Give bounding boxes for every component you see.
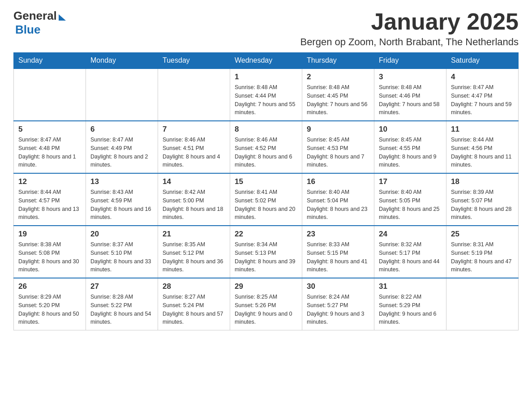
day-info: Sunrise: 8:33 AM Sunset: 5:15 PM Dayligh…: [307, 240, 369, 274]
calendar-cell: 25Sunrise: 8:31 AM Sunset: 5:19 PM Dayli…: [446, 226, 519, 278]
day-info: Sunrise: 8:46 AM Sunset: 4:52 PM Dayligh…: [235, 136, 297, 169]
day-number: 14: [163, 177, 225, 186]
calendar-cell: 20Sunrise: 8:37 AM Sunset: 5:10 PM Dayli…: [86, 226, 158, 278]
calendar-cell: 17Sunrise: 8:40 AM Sunset: 5:05 PM Dayli…: [374, 173, 446, 226]
day-number: 24: [379, 230, 442, 239]
day-info: Sunrise: 8:37 AM Sunset: 5:10 PM Dayligh…: [90, 240, 153, 274]
day-number: 16: [307, 177, 369, 186]
day-number: 2: [307, 73, 369, 81]
day-info: Sunrise: 8:48 AM Sunset: 4:44 PM Dayligh…: [235, 83, 297, 117]
day-number: 19: [18, 230, 81, 239]
day-number: 21: [163, 230, 225, 239]
calendar-cell: 29Sunrise: 8:25 AM Sunset: 5:26 PM Dayli…: [230, 278, 302, 330]
calendar-cell: 8Sunrise: 8:46 AM Sunset: 4:52 PM Daylig…: [230, 121, 302, 173]
calendar-cell: 26Sunrise: 8:29 AM Sunset: 5:20 PM Dayli…: [14, 278, 86, 330]
day-info: Sunrise: 8:34 AM Sunset: 5:13 PM Dayligh…: [235, 240, 297, 274]
day-number: 18: [451, 177, 514, 186]
day-number: 29: [235, 282, 297, 291]
day-number: 27: [90, 282, 153, 291]
calendar-cell: 16Sunrise: 8:40 AM Sunset: 5:04 PM Dayli…: [302, 173, 374, 226]
day-info: Sunrise: 8:44 AM Sunset: 4:57 PM Dayligh…: [18, 188, 81, 222]
day-info: Sunrise: 8:41 AM Sunset: 5:02 PM Dayligh…: [235, 188, 297, 222]
month-title: January 2025: [300, 9, 519, 34]
day-number: 5: [18, 125, 81, 134]
day-info: Sunrise: 8:47 AM Sunset: 4:49 PM Dayligh…: [90, 136, 153, 169]
day-number: 8: [235, 125, 297, 134]
day-info: Sunrise: 8:35 AM Sunset: 5:12 PM Dayligh…: [163, 240, 225, 274]
day-info: Sunrise: 8:40 AM Sunset: 5:04 PM Dayligh…: [307, 188, 369, 222]
day-number: 1: [235, 73, 297, 81]
day-number: 9: [307, 125, 369, 134]
calendar-week-row: 12Sunrise: 8:44 AM Sunset: 4:57 PM Dayli…: [14, 173, 519, 226]
calendar-cell: 9Sunrise: 8:45 AM Sunset: 4:53 PM Daylig…: [302, 121, 374, 173]
day-info: Sunrise: 8:48 AM Sunset: 4:45 PM Dayligh…: [307, 83, 369, 117]
day-info: Sunrise: 8:22 AM Sunset: 5:29 PM Dayligh…: [379, 293, 442, 326]
day-info: Sunrise: 8:45 AM Sunset: 4:55 PM Dayligh…: [379, 136, 442, 169]
logo: General Blue: [13, 9, 66, 37]
calendar-cell: 27Sunrise: 8:28 AM Sunset: 5:22 PM Dayli…: [86, 278, 158, 330]
calendar-cell: 5Sunrise: 8:47 AM Sunset: 4:48 PM Daylig…: [14, 121, 86, 173]
calendar-cell: 23Sunrise: 8:33 AM Sunset: 5:15 PM Dayli…: [302, 226, 374, 278]
day-info: Sunrise: 8:28 AM Sunset: 5:22 PM Dayligh…: [90, 293, 153, 326]
calendar-cell: 7Sunrise: 8:46 AM Sunset: 4:51 PM Daylig…: [158, 121, 230, 173]
day-number: 3: [379, 73, 442, 81]
calendar-cell: 31Sunrise: 8:22 AM Sunset: 5:29 PM Dayli…: [374, 278, 446, 330]
day-info: Sunrise: 8:32 AM Sunset: 5:17 PM Dayligh…: [379, 240, 442, 274]
title-area: January 2025 Bergen op Zoom, North Braba…: [300, 9, 519, 48]
calendar-cell: 1Sunrise: 8:48 AM Sunset: 4:44 PM Daylig…: [230, 68, 302, 121]
calendar-cell: [86, 68, 158, 121]
weekday-header-friday: Friday: [374, 53, 446, 69]
weekday-header-saturday: Saturday: [446, 53, 519, 69]
day-number: 6: [90, 125, 153, 134]
day-info: Sunrise: 8:43 AM Sunset: 4:59 PM Dayligh…: [90, 188, 153, 222]
calendar-cell: 11Sunrise: 8:44 AM Sunset: 4:56 PM Dayli…: [446, 121, 519, 173]
logo-general-text: General: [13, 9, 57, 23]
calendar-cell: 4Sunrise: 8:47 AM Sunset: 4:47 PM Daylig…: [446, 68, 519, 121]
day-info: Sunrise: 8:31 AM Sunset: 5:19 PM Dayligh…: [451, 240, 514, 274]
day-info: Sunrise: 8:40 AM Sunset: 5:05 PM Dayligh…: [379, 188, 442, 222]
day-info: Sunrise: 8:47 AM Sunset: 4:48 PM Dayligh…: [18, 136, 81, 169]
calendar-cell: 21Sunrise: 8:35 AM Sunset: 5:12 PM Dayli…: [158, 226, 230, 278]
calendar-cell: 10Sunrise: 8:45 AM Sunset: 4:55 PM Dayli…: [374, 121, 446, 173]
day-info: Sunrise: 8:48 AM Sunset: 4:46 PM Dayligh…: [379, 83, 442, 117]
weekday-header-wednesday: Wednesday: [230, 53, 302, 69]
day-number: 4: [451, 73, 514, 81]
day-info: Sunrise: 8:25 AM Sunset: 5:26 PM Dayligh…: [235, 293, 297, 326]
day-info: Sunrise: 8:24 AM Sunset: 5:27 PM Dayligh…: [307, 293, 369, 326]
day-number: 15: [235, 177, 297, 186]
day-number: 10: [379, 125, 442, 134]
day-info: Sunrise: 8:42 AM Sunset: 5:00 PM Dayligh…: [163, 188, 225, 222]
day-number: 17: [379, 177, 442, 186]
day-number: 23: [307, 230, 369, 239]
calendar-cell: 3Sunrise: 8:48 AM Sunset: 4:46 PM Daylig…: [374, 68, 446, 121]
day-info: Sunrise: 8:47 AM Sunset: 4:47 PM Dayligh…: [451, 83, 514, 117]
calendar-cell: 12Sunrise: 8:44 AM Sunset: 4:57 PM Dayli…: [14, 173, 86, 226]
weekday-header-monday: Monday: [86, 53, 158, 69]
calendar-cell: 19Sunrise: 8:38 AM Sunset: 5:08 PM Dayli…: [14, 226, 86, 278]
day-number: 20: [90, 230, 153, 239]
day-info: Sunrise: 8:46 AM Sunset: 4:51 PM Dayligh…: [163, 136, 225, 169]
logo-blue-text: Blue: [15, 23, 40, 36]
day-info: Sunrise: 8:29 AM Sunset: 5:20 PM Dayligh…: [18, 293, 81, 326]
day-info: Sunrise: 8:27 AM Sunset: 5:24 PM Dayligh…: [163, 293, 225, 326]
header: General Blue January 2025 Bergen op Zoom…: [13, 9, 519, 48]
calendar-header: SundayMondayTuesdayWednesdayThursdayFrid…: [14, 53, 519, 69]
calendar-cell: 30Sunrise: 8:24 AM Sunset: 5:27 PM Dayli…: [302, 278, 374, 330]
calendar-cell: 15Sunrise: 8:41 AM Sunset: 5:02 PM Dayli…: [230, 173, 302, 226]
calendar-cell: 6Sunrise: 8:47 AM Sunset: 4:49 PM Daylig…: [86, 121, 158, 173]
day-number: 31: [379, 282, 442, 291]
weekday-header-tuesday: Tuesday: [158, 53, 230, 69]
calendar-cell: 13Sunrise: 8:43 AM Sunset: 4:59 PM Dayli…: [86, 173, 158, 226]
day-number: 12: [18, 177, 81, 186]
calendar-cell: 24Sunrise: 8:32 AM Sunset: 5:17 PM Dayli…: [374, 226, 446, 278]
location-title: Bergen op Zoom, North Brabant, The Nethe…: [300, 36, 519, 48]
day-number: 7: [163, 125, 225, 134]
logo-triangle-icon: [59, 14, 66, 21]
day-info: Sunrise: 8:44 AM Sunset: 4:56 PM Dayligh…: [451, 136, 514, 169]
day-info: Sunrise: 8:38 AM Sunset: 5:08 PM Dayligh…: [18, 240, 81, 274]
day-number: 11: [451, 125, 514, 134]
day-number: 13: [90, 177, 153, 186]
day-info: Sunrise: 8:45 AM Sunset: 4:53 PM Dayligh…: [307, 136, 369, 169]
day-number: 25: [451, 230, 514, 239]
calendar-table: SundayMondayTuesdayWednesdayThursdayFrid…: [13, 52, 519, 330]
